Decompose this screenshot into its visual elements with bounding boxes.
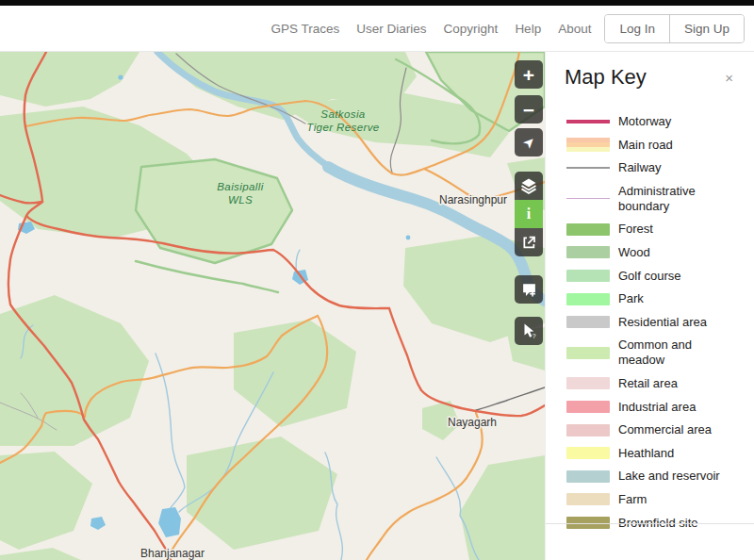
minus-icon: − <box>523 100 534 120</box>
legend-label: Common and meadow <box>618 338 733 368</box>
legend-label: Railway <box>618 160 662 175</box>
legend-swatch <box>566 120 610 124</box>
legend-item: Industrial area <box>566 400 743 415</box>
legend-label: Forest <box>618 222 653 237</box>
osm-page: { "header": { "nav_links": ["GPS Traces"… <box>0 0 754 560</box>
layers-button[interactable] <box>515 172 543 200</box>
layers-icon <box>520 177 537 194</box>
legend-item: Golf course <box>566 269 743 284</box>
plus-icon: + <box>523 65 534 85</box>
legend-label: Motorway <box>618 114 671 129</box>
legend-item: Forest <box>566 222 743 237</box>
legend-item: Railway <box>566 160 743 175</box>
legend-item: Lake and reservoir <box>566 469 743 484</box>
legend-label: Industrial area <box>618 400 696 415</box>
site-header: GPS TracesUser DiariesCopyrightHelpAbout… <box>0 6 754 52</box>
nav-link[interactable]: Copyright <box>444 22 499 36</box>
map-label: Satkosia <box>320 108 365 120</box>
legend-swatch <box>566 246 610 258</box>
svg-text:?: ? <box>533 333 536 339</box>
legend-label: Administrative boundary <box>618 184 733 214</box>
legend-item: Wood <box>566 245 743 260</box>
query-features-button[interactable]: ? <box>515 317 543 345</box>
map-label: Baisipalli <box>217 181 263 192</box>
share-icon <box>521 235 536 250</box>
legend-swatch <box>566 167 610 169</box>
legend-label: Main road <box>618 138 673 153</box>
legend-item: Park <box>566 291 743 306</box>
map-label: Tiger Reserve <box>306 122 379 133</box>
map-label: Narasinghpur <box>439 193 507 206</box>
legend-swatch <box>566 377 610 389</box>
close-icon[interactable]: × <box>721 67 737 89</box>
legend-swatch <box>566 347 610 359</box>
legend-swatch <box>566 447 610 459</box>
legend-swatch <box>566 223 610 236</box>
legend-swatch <box>566 316 610 328</box>
nav-link[interactable]: GPS Traces <box>271 22 340 36</box>
legend-item: Main road <box>566 138 743 153</box>
legend-label: Golf course <box>618 269 680 284</box>
map-graphic: SatkosiaTiger ReserveBaisipalliWLSNarasi… <box>0 52 545 560</box>
locate-button[interactable]: ➤ <box>515 128 543 156</box>
signup-button[interactable]: Sign Up <box>670 15 744 42</box>
header-nav: GPS TracesUser DiariesCopyrightHelpAbout <box>271 22 592 36</box>
legend-label: Park <box>618 291 644 306</box>
legend-swatch <box>566 470 610 483</box>
legend-item: Commercial area <box>566 422 743 437</box>
legend-item: Heathland <box>566 446 743 461</box>
panel-divider <box>546 523 754 524</box>
map-canvas[interactable]: SatkosiaTiger ReserveBaisipalliWLSNarasi… <box>0 52 545 560</box>
nav-link[interactable]: Help <box>515 22 541 36</box>
legend-label: Wood <box>618 245 650 260</box>
legend-label: Retail area <box>618 376 678 391</box>
map-key-panel: Map Key × Motorway Main road Railway Adm… <box>545 52 754 560</box>
legend-swatch <box>566 198 610 199</box>
legend-item: Motorway <box>566 114 743 129</box>
note-icon <box>521 282 537 298</box>
legend-swatch <box>566 293 610 305</box>
legend-label: Residential area <box>618 315 707 330</box>
legend-item: Farm <box>566 492 743 507</box>
locate-arrow-icon: ➤ <box>518 132 539 153</box>
map-label: Nayagarh <box>448 416 497 429</box>
legend-item: Residential area <box>566 315 743 330</box>
legend-swatch <box>566 138 610 152</box>
legend-swatch <box>566 493 610 505</box>
nav-link[interactable]: User Diaries <box>356 22 426 36</box>
legend-item: Common and meadow <box>566 338 743 368</box>
legend-swatch <box>566 401 610 413</box>
legend-item: Retail area <box>566 376 743 391</box>
legend-label: Lake and reservoir <box>618 469 720 484</box>
legend-label: Commercial area <box>618 422 712 437</box>
add-note-button[interactable] <box>515 275 543 304</box>
map-label: Bhanjanagar <box>140 547 205 560</box>
query-cursor-icon: ? <box>520 322 537 339</box>
legend-label: Farm <box>618 492 647 507</box>
map-key-title: Map Key <box>565 65 647 90</box>
nav-link[interactable]: About <box>558 22 591 36</box>
legend-swatch <box>566 424 610 436</box>
login-button[interactable]: Log In <box>605 15 670 42</box>
legend-item: Administrative boundary <box>566 184 743 214</box>
zoom-in-button[interactable]: + <box>515 60 543 89</box>
zoom-out-button[interactable]: − <box>515 95 543 124</box>
info-icon: i <box>527 206 531 222</box>
auth-buttons: Log In Sign Up <box>604 14 745 43</box>
legend-label: Heathland <box>618 446 674 461</box>
legend-list: Motorway Main road Railway Administrativ… <box>546 114 754 531</box>
map-key-button[interactable]: i <box>515 200 543 228</box>
map-key-header: Map Key × <box>546 52 754 90</box>
legend-swatch <box>566 270 610 282</box>
share-button[interactable] <box>515 228 543 256</box>
map-label: WLS <box>228 194 253 206</box>
